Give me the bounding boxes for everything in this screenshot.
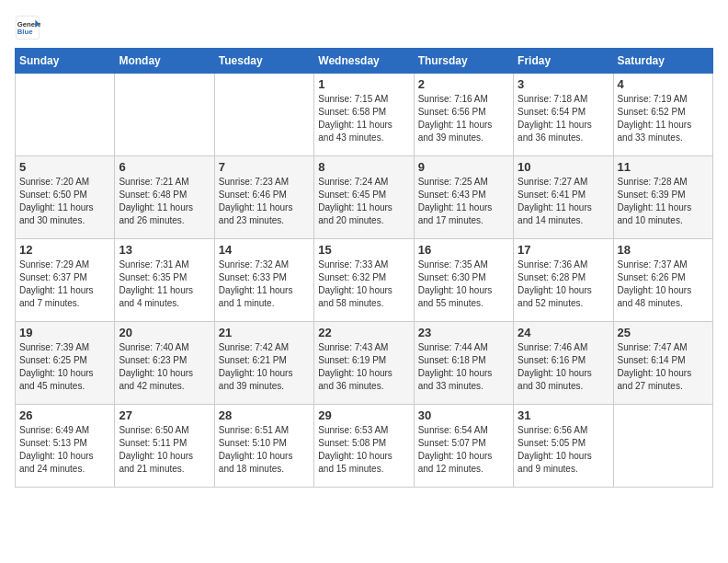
day-info: Sunrise: 7:44 AM Sunset: 6:18 PM Dayligh… [418,341,509,393]
day-number: 11 [618,160,709,174]
day-info: Sunrise: 6:53 AM Sunset: 5:08 PM Dayligh… [318,424,409,476]
day-info: Sunrise: 7:36 AM Sunset: 6:28 PM Dayligh… [518,259,609,310]
calendar-cell: 23Sunrise: 7:44 AM Sunset: 6:18 PM Dayli… [414,322,513,405]
day-info: Sunrise: 7:23 AM Sunset: 6:46 PM Dayligh… [219,176,310,227]
column-header-thursday: Thursday [414,49,513,74]
day-number: 10 [518,160,609,174]
calendar-cell: 24Sunrise: 7:46 AM Sunset: 6:16 PM Dayli… [514,322,613,405]
week-row-1: 1Sunrise: 7:15 AM Sunset: 6:58 PM Daylig… [16,74,713,156]
day-info: Sunrise: 7:47 AM Sunset: 6:14 PM Dayligh… [618,341,709,393]
day-number: 24 [518,326,609,339]
column-header-monday: Monday [115,49,214,74]
calendar-cell: 11Sunrise: 7:28 AM Sunset: 6:39 PM Dayli… [613,156,712,239]
day-info: Sunrise: 6:56 AM Sunset: 5:05 PM Dayligh… [518,424,609,476]
day-number: 14 [219,243,310,257]
day-info: Sunrise: 7:31 AM Sunset: 6:35 PM Dayligh… [119,259,210,310]
day-info: Sunrise: 7:42 AM Sunset: 6:21 PM Dayligh… [219,341,310,393]
calendar-cell: 6Sunrise: 7:21 AM Sunset: 6:48 PM Daylig… [115,156,214,239]
day-number: 7 [219,160,310,174]
calendar-cell: 3Sunrise: 7:18 AM Sunset: 6:54 PM Daylig… [514,74,613,156]
column-header-friday: Friday [514,49,613,74]
week-row-3: 12Sunrise: 7:29 AM Sunset: 6:37 PM Dayli… [16,239,713,322]
day-info: Sunrise: 7:20 AM Sunset: 6:50 PM Dayligh… [19,176,110,227]
day-info: Sunrise: 7:24 AM Sunset: 6:45 PM Dayligh… [318,176,409,227]
day-number: 26 [19,408,110,422]
calendar-cell: 26Sunrise: 6:49 AM Sunset: 5:13 PM Dayli… [16,405,115,488]
day-info: Sunrise: 7:27 AM Sunset: 6:41 PM Dayligh… [518,176,609,227]
calendar-cell [16,74,115,156]
calendar-cell: 2Sunrise: 7:16 AM Sunset: 6:56 PM Daylig… [414,74,513,156]
day-number: 3 [518,77,609,91]
day-number: 31 [518,408,609,422]
calendar-cell: 14Sunrise: 7:32 AM Sunset: 6:33 PM Dayli… [214,239,313,322]
day-number: 27 [119,408,210,422]
column-header-wednesday: Wednesday [314,49,414,74]
day-number: 25 [618,326,709,339]
calendar-cell: 31Sunrise: 6:56 AM Sunset: 5:05 PM Dayli… [514,405,613,488]
calendar-cell: 16Sunrise: 7:35 AM Sunset: 6:30 PM Dayli… [414,239,513,322]
day-info: Sunrise: 7:32 AM Sunset: 6:33 PM Dayligh… [219,259,310,310]
week-row-2: 5Sunrise: 7:20 AM Sunset: 6:50 PM Daylig… [16,156,713,239]
column-header-tuesday: Tuesday [214,49,313,74]
day-number: 28 [219,408,310,422]
calendar-cell [115,74,214,156]
day-info: Sunrise: 7:28 AM Sunset: 6:39 PM Dayligh… [618,176,709,227]
calendar-cell: 22Sunrise: 7:43 AM Sunset: 6:19 PM Dayli… [314,322,414,405]
calendar-cell: 7Sunrise: 7:23 AM Sunset: 6:46 PM Daylig… [214,156,313,239]
day-number: 19 [19,326,110,339]
calendar-cell: 21Sunrise: 7:42 AM Sunset: 6:21 PM Dayli… [214,322,313,405]
day-info: Sunrise: 6:51 AM Sunset: 5:10 PM Dayligh… [219,424,310,476]
calendar-cell: 19Sunrise: 7:39 AM Sunset: 6:25 PM Dayli… [16,322,115,405]
day-number: 17 [518,243,609,257]
day-info: Sunrise: 7:40 AM Sunset: 6:23 PM Dayligh… [119,341,210,393]
calendar-cell: 28Sunrise: 6:51 AM Sunset: 5:10 PM Dayli… [214,405,313,488]
calendar-cell: 13Sunrise: 7:31 AM Sunset: 6:35 PM Dayli… [115,239,214,322]
day-number: 4 [618,77,709,91]
day-number: 2 [418,77,509,91]
calendar-cell: 27Sunrise: 6:50 AM Sunset: 5:11 PM Dayli… [115,405,214,488]
calendar-cell: 4Sunrise: 7:19 AM Sunset: 6:52 PM Daylig… [613,74,712,156]
calendar-cell: 17Sunrise: 7:36 AM Sunset: 6:28 PM Dayli… [514,239,613,322]
day-info: Sunrise: 6:49 AM Sunset: 5:13 PM Dayligh… [19,424,110,476]
day-info: Sunrise: 7:35 AM Sunset: 6:30 PM Dayligh… [418,259,509,310]
day-info: Sunrise: 7:43 AM Sunset: 6:19 PM Dayligh… [318,341,409,393]
logo: General Blue [15,15,40,40]
calendar-cell: 15Sunrise: 7:33 AM Sunset: 6:32 PM Dayli… [314,239,414,322]
day-number: 23 [418,326,509,339]
calendar-cell: 9Sunrise: 7:25 AM Sunset: 6:43 PM Daylig… [414,156,513,239]
column-header-saturday: Saturday [613,49,712,74]
day-number: 1 [318,77,409,91]
day-number: 29 [318,408,409,422]
week-row-5: 26Sunrise: 6:49 AM Sunset: 5:13 PM Dayli… [16,405,713,488]
day-info: Sunrise: 7:15 AM Sunset: 6:58 PM Dayligh… [318,93,409,144]
day-info: Sunrise: 7:29 AM Sunset: 6:37 PM Dayligh… [19,259,110,310]
day-number: 22 [318,326,409,339]
calendar-cell: 30Sunrise: 6:54 AM Sunset: 5:07 PM Dayli… [414,405,513,488]
page-header: General Blue [15,15,713,40]
day-number: 18 [618,243,709,257]
header-row: SundayMondayTuesdayWednesdayThursdayFrid… [16,49,713,74]
day-number: 20 [119,326,210,339]
day-info: Sunrise: 7:46 AM Sunset: 6:16 PM Dayligh… [518,341,609,393]
day-number: 6 [119,160,210,174]
day-number: 30 [418,408,509,422]
calendar-cell: 10Sunrise: 7:27 AM Sunset: 6:41 PM Dayli… [514,156,613,239]
calendar-cell: 25Sunrise: 7:47 AM Sunset: 6:14 PM Dayli… [613,322,712,405]
week-row-4: 19Sunrise: 7:39 AM Sunset: 6:25 PM Dayli… [16,322,713,405]
day-info: Sunrise: 7:19 AM Sunset: 6:52 PM Dayligh… [618,93,709,144]
day-number: 21 [219,326,310,339]
calendar-cell: 29Sunrise: 6:53 AM Sunset: 5:08 PM Dayli… [314,405,414,488]
calendar-cell [214,74,313,156]
day-number: 13 [119,243,210,257]
day-number: 9 [418,160,509,174]
day-number: 8 [318,160,409,174]
day-info: Sunrise: 7:21 AM Sunset: 6:48 PM Dayligh… [119,176,210,227]
day-info: Sunrise: 7:33 AM Sunset: 6:32 PM Dayligh… [318,259,409,310]
svg-text:Blue: Blue [17,28,33,36]
day-info: Sunrise: 6:50 AM Sunset: 5:11 PM Dayligh… [119,424,210,476]
calendar-cell: 20Sunrise: 7:40 AM Sunset: 6:23 PM Dayli… [115,322,214,405]
calendar-cell: 1Sunrise: 7:15 AM Sunset: 6:58 PM Daylig… [314,74,414,156]
column-header-sunday: Sunday [16,49,115,74]
day-info: Sunrise: 7:39 AM Sunset: 6:25 PM Dayligh… [19,341,110,393]
calendar-cell: 5Sunrise: 7:20 AM Sunset: 6:50 PM Daylig… [16,156,115,239]
